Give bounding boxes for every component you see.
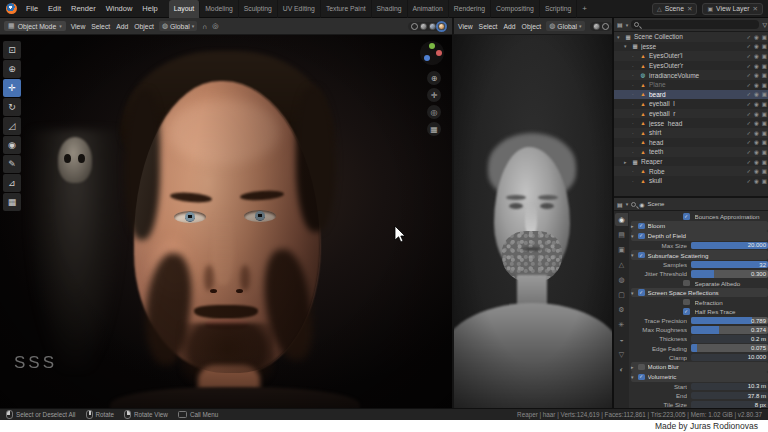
expand-icon[interactable]: · [632, 101, 639, 107]
property-field[interactable]: 32 [691, 261, 768, 269]
render-visibility-icon[interactable]: ▣ [762, 149, 767, 155]
workspace-tab[interactable]: Scripting [540, 0, 577, 18]
remove-view-layer-icon[interactable]: ✕ [753, 5, 758, 13]
outliner-row[interactable]: · ▲ eyeball_l ✓ ◉ ▣ [614, 99, 768, 109]
properties-tab-icon[interactable]: ▢ [615, 288, 628, 301]
selectable-checkbox-icon[interactable]: ✓ [746, 159, 751, 165]
checkbox[interactable]: ✓ [638, 233, 645, 240]
property-row[interactable]: Refraction [631, 298, 768, 307]
property-row[interactable]: Start 10.3 m [631, 382, 768, 391]
viewport-menu-item[interactable]: Select [91, 23, 110, 30]
viewport-menu-item[interactable]: Add [504, 23, 516, 30]
render-visibility-icon[interactable]: ▣ [762, 101, 767, 107]
outliner-row[interactable]: · ▲ Plane ✓ ◉ ▣ [614, 80, 768, 90]
orientation-dropdown[interactable]: ◍ Global ▾ [159, 21, 197, 31]
selectable-checkbox-icon[interactable]: ✓ [746, 91, 751, 97]
menu-item[interactable]: Help [137, 4, 162, 13]
outliner-row[interactable]: · ▲ beard ✓ ◉ ▣ [614, 90, 768, 100]
menu-item[interactable]: File [21, 4, 43, 13]
wireframe-shading-icon[interactable] [411, 23, 418, 30]
selectable-checkbox-icon[interactable]: ✓ [746, 149, 751, 155]
selectable-checkbox-icon[interactable]: ✓ [746, 120, 751, 126]
expand-icon[interactable]: · [632, 149, 639, 155]
view-layer-selector[interactable]: ▣ View Layer ✕ [702, 3, 763, 15]
properties-tab-icon[interactable]: ◉ [615, 213, 628, 226]
selectable-checkbox-icon[interactable]: ✓ [746, 34, 751, 40]
render-visibility-icon[interactable]: ▣ [762, 91, 767, 97]
material-shading-icon[interactable] [429, 23, 436, 30]
hide-eye-icon[interactable]: ◉ [754, 72, 759, 78]
property-row[interactable]: Max Roughness 0.374 [631, 325, 768, 334]
hide-eye-icon[interactable]: ◉ [754, 159, 759, 165]
panel-disclosure-icon[interactable]: ▾ [631, 252, 638, 258]
property-row[interactable]: Separate Albedo [631, 279, 768, 288]
render-visibility-icon[interactable]: ▣ [762, 111, 767, 117]
expand-icon[interactable]: · [632, 111, 639, 117]
outliner-row[interactable]: ▸ ▦ Reaper ✓ ◉ ▣ [614, 157, 768, 167]
outliner-row[interactable]: · ▲ head ✓ ◉ ▣ [614, 138, 768, 148]
axis-y-icon[interactable] [424, 55, 430, 61]
property-row[interactable]: Thickness 0.2 m [631, 335, 768, 344]
properties-tab-icon[interactable]: ▤ [615, 228, 628, 241]
property-field[interactable]: 0.374 [691, 326, 768, 334]
hide-eye-icon[interactable]: ◉ [754, 168, 759, 174]
hide-eye-icon[interactable]: ◉ [754, 149, 759, 155]
editor-type-icon[interactable]: ▤ [617, 21, 623, 28]
selectable-checkbox-icon[interactable]: ✓ [746, 63, 751, 69]
solid-shading-icon[interactable] [420, 23, 427, 30]
outliner-row[interactable]: · ▲ Robe ✓ ◉ ▣ [614, 166, 768, 176]
render-visibility-icon[interactable]: ▣ [762, 43, 767, 49]
tool-button[interactable]: ⊿ [3, 174, 21, 192]
outliner-row[interactable]: · ▲ teeth ✓ ◉ ▣ [614, 147, 768, 157]
hide-eye-icon[interactable]: ◉ [754, 139, 759, 145]
property-row[interactable]: ▾ ✓ Volumetric [631, 372, 768, 381]
expand-icon[interactable]: ▾ [617, 34, 624, 40]
expand-icon[interactable]: · [632, 178, 639, 184]
scene-selector[interactable]: △ Scene ✕ [652, 3, 697, 15]
expand-icon[interactable]: · [632, 120, 639, 126]
selectable-checkbox-icon[interactable]: ✓ [746, 111, 751, 117]
property-field[interactable]: 20.000 [691, 242, 768, 250]
checkbox[interactable]: ✓ [638, 223, 645, 230]
selectable-checkbox-icon[interactable]: ✓ [746, 101, 751, 107]
snap-magnet-icon[interactable]: ∩ [202, 23, 207, 30]
pan-icon[interactable]: ✛ [427, 88, 441, 102]
tool-button[interactable]: ⊡ [3, 41, 21, 59]
properties-tab-icon[interactable]: ◒ [615, 333, 628, 346]
workspace-tab[interactable]: Texture Paint [321, 0, 372, 18]
menu-item[interactable]: Window [101, 4, 138, 13]
render-visibility-icon[interactable]: ▣ [762, 168, 767, 174]
outliner-row[interactable]: · ◍ irradianceVolume ✓ ◉ ▣ [614, 70, 768, 80]
expand-icon[interactable]: · [632, 63, 639, 69]
selectable-checkbox-icon[interactable]: ✓ [746, 130, 751, 136]
perspective-toggle-icon[interactable]: ▦ [427, 122, 441, 136]
panel-disclosure-icon[interactable]: ▸ [631, 223, 638, 229]
selectable-checkbox-icon[interactable]: ✓ [746, 82, 751, 88]
properties-tab-icon[interactable]: △ [615, 258, 628, 271]
property-field[interactable]: 0.300 [691, 270, 768, 278]
outliner-row[interactable]: · ▲ EyesOuter'l ✓ ◉ ▣ [614, 51, 768, 61]
selectable-checkbox-icon[interactable]: ✓ [746, 43, 751, 49]
hide-eye-icon[interactable]: ◉ [754, 53, 759, 59]
workspace-tab[interactable]: Compositing [491, 0, 540, 18]
viewport-3d-main[interactable]: SSS ⊡⊕✛↻◿◉✎⊿▦ ⊕ ✛ ◎ ▦ [0, 35, 452, 408]
tool-button[interactable]: ✛ [3, 79, 21, 97]
menu-item[interactable]: Render [66, 4, 101, 13]
properties-tab-icon[interactable]: ◐ [615, 363, 628, 376]
property-row[interactable]: ▾ ✓ Depth of Field [631, 231, 768, 240]
property-row[interactable]: ▾ ✓ Screen Space Reflections [631, 288, 768, 297]
rendered-shading-icon[interactable] [438, 23, 445, 30]
checkbox[interactable] [683, 299, 690, 306]
unlink-scene-icon[interactable]: ✕ [687, 5, 692, 13]
camera-view-icon[interactable]: ◎ [427, 105, 441, 119]
expand-icon[interactable]: · [632, 139, 639, 145]
search-icon[interactable] [631, 202, 636, 207]
axis-x-icon[interactable] [436, 50, 442, 56]
property-row[interactable]: Trace Precision 0.789 [631, 316, 768, 325]
hide-eye-icon[interactable]: ◉ [754, 91, 759, 97]
outliner-row[interactable]: · ▲ shirt ✓ ◉ ▣ [614, 128, 768, 138]
viewport-menu-item[interactable]: Object [134, 23, 154, 30]
workspace-tab[interactable]: Animation [408, 0, 449, 18]
workspace-tab[interactable]: Modeling [200, 0, 239, 18]
solid-shading-icon[interactable] [593, 23, 600, 30]
